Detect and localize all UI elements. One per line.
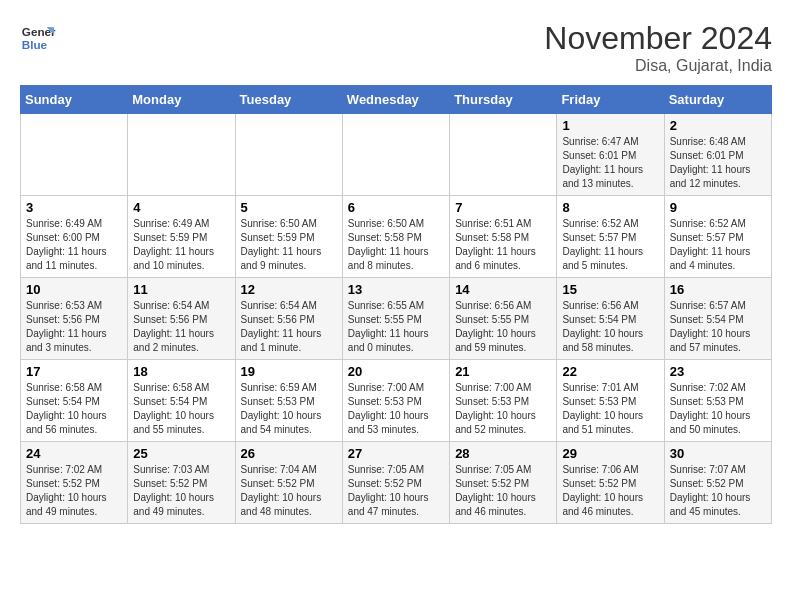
day-number: 13 [348, 282, 444, 297]
weekday-header-monday: Monday [128, 86, 235, 114]
day-info: Sunrise: 6:54 AM Sunset: 5:56 PM Dayligh… [133, 299, 229, 355]
calendar-cell [235, 114, 342, 196]
calendar-cell: 18Sunrise: 6:58 AM Sunset: 5:54 PM Dayli… [128, 360, 235, 442]
calendar-cell: 29Sunrise: 7:06 AM Sunset: 5:52 PM Dayli… [557, 442, 664, 524]
logo-icon: General Blue [20, 20, 56, 56]
day-info: Sunrise: 6:53 AM Sunset: 5:56 PM Dayligh… [26, 299, 122, 355]
calendar-cell: 22Sunrise: 7:01 AM Sunset: 5:53 PM Dayli… [557, 360, 664, 442]
calendar-cell: 14Sunrise: 6:56 AM Sunset: 5:55 PM Dayli… [450, 278, 557, 360]
day-number: 9 [670, 200, 766, 215]
day-info: Sunrise: 7:07 AM Sunset: 5:52 PM Dayligh… [670, 463, 766, 519]
day-number: 15 [562, 282, 658, 297]
day-number: 1 [562, 118, 658, 133]
day-info: Sunrise: 6:52 AM Sunset: 5:57 PM Dayligh… [562, 217, 658, 273]
day-number: 26 [241, 446, 337, 461]
calendar-cell: 11Sunrise: 6:54 AM Sunset: 5:56 PM Dayli… [128, 278, 235, 360]
day-number: 18 [133, 364, 229, 379]
calendar-cell [342, 114, 449, 196]
day-number: 11 [133, 282, 229, 297]
calendar-cell: 8Sunrise: 6:52 AM Sunset: 5:57 PM Daylig… [557, 196, 664, 278]
weekday-header-row: SundayMondayTuesdayWednesdayThursdayFrid… [21, 86, 772, 114]
svg-text:General: General [22, 25, 56, 38]
calendar-cell: 10Sunrise: 6:53 AM Sunset: 5:56 PM Dayli… [21, 278, 128, 360]
calendar-week-5: 24Sunrise: 7:02 AM Sunset: 5:52 PM Dayli… [21, 442, 772, 524]
day-number: 28 [455, 446, 551, 461]
calendar-table: SundayMondayTuesdayWednesdayThursdayFrid… [20, 85, 772, 524]
day-info: Sunrise: 6:50 AM Sunset: 5:58 PM Dayligh… [348, 217, 444, 273]
day-number: 24 [26, 446, 122, 461]
day-number: 19 [241, 364, 337, 379]
calendar-cell: 15Sunrise: 6:56 AM Sunset: 5:54 PM Dayli… [557, 278, 664, 360]
calendar-cell: 16Sunrise: 6:57 AM Sunset: 5:54 PM Dayli… [664, 278, 771, 360]
day-number: 17 [26, 364, 122, 379]
calendar-cell: 23Sunrise: 7:02 AM Sunset: 5:53 PM Dayli… [664, 360, 771, 442]
day-info: Sunrise: 6:59 AM Sunset: 5:53 PM Dayligh… [241, 381, 337, 437]
weekday-header-sunday: Sunday [21, 86, 128, 114]
day-number: 7 [455, 200, 551, 215]
calendar-week-2: 3Sunrise: 6:49 AM Sunset: 6:00 PM Daylig… [21, 196, 772, 278]
calendar-body: 1Sunrise: 6:47 AM Sunset: 6:01 PM Daylig… [21, 114, 772, 524]
calendar-cell: 26Sunrise: 7:04 AM Sunset: 5:52 PM Dayli… [235, 442, 342, 524]
location: Disa, Gujarat, India [544, 57, 772, 75]
calendar-cell: 1Sunrise: 6:47 AM Sunset: 6:01 PM Daylig… [557, 114, 664, 196]
calendar-cell: 30Sunrise: 7:07 AM Sunset: 5:52 PM Dayli… [664, 442, 771, 524]
calendar-cell: 13Sunrise: 6:55 AM Sunset: 5:55 PM Dayli… [342, 278, 449, 360]
day-info: Sunrise: 6:48 AM Sunset: 6:01 PM Dayligh… [670, 135, 766, 191]
svg-text:Blue: Blue [22, 38, 48, 51]
calendar-header: SundayMondayTuesdayWednesdayThursdayFrid… [21, 86, 772, 114]
day-number: 5 [241, 200, 337, 215]
day-info: Sunrise: 6:58 AM Sunset: 5:54 PM Dayligh… [133, 381, 229, 437]
day-number: 10 [26, 282, 122, 297]
day-info: Sunrise: 7:00 AM Sunset: 5:53 PM Dayligh… [348, 381, 444, 437]
calendar-cell [21, 114, 128, 196]
day-number: 20 [348, 364, 444, 379]
day-info: Sunrise: 6:52 AM Sunset: 5:57 PM Dayligh… [670, 217, 766, 273]
day-info: Sunrise: 6:50 AM Sunset: 5:59 PM Dayligh… [241, 217, 337, 273]
calendar-cell [450, 114, 557, 196]
day-info: Sunrise: 7:06 AM Sunset: 5:52 PM Dayligh… [562, 463, 658, 519]
day-number: 21 [455, 364, 551, 379]
day-number: 6 [348, 200, 444, 215]
day-info: Sunrise: 6:49 AM Sunset: 5:59 PM Dayligh… [133, 217, 229, 273]
calendar-cell: 17Sunrise: 6:58 AM Sunset: 5:54 PM Dayli… [21, 360, 128, 442]
day-number: 27 [348, 446, 444, 461]
day-number: 4 [133, 200, 229, 215]
calendar-week-4: 17Sunrise: 6:58 AM Sunset: 5:54 PM Dayli… [21, 360, 772, 442]
calendar-cell: 2Sunrise: 6:48 AM Sunset: 6:01 PM Daylig… [664, 114, 771, 196]
calendar-cell: 28Sunrise: 7:05 AM Sunset: 5:52 PM Dayli… [450, 442, 557, 524]
day-info: Sunrise: 7:02 AM Sunset: 5:52 PM Dayligh… [26, 463, 122, 519]
day-info: Sunrise: 6:49 AM Sunset: 6:00 PM Dayligh… [26, 217, 122, 273]
day-info: Sunrise: 6:47 AM Sunset: 6:01 PM Dayligh… [562, 135, 658, 191]
calendar-cell: 4Sunrise: 6:49 AM Sunset: 5:59 PM Daylig… [128, 196, 235, 278]
day-info: Sunrise: 6:57 AM Sunset: 5:54 PM Dayligh… [670, 299, 766, 355]
page-header: General Blue November 2024 Disa, Gujarat… [20, 20, 772, 75]
calendar-week-1: 1Sunrise: 6:47 AM Sunset: 6:01 PM Daylig… [21, 114, 772, 196]
day-info: Sunrise: 7:05 AM Sunset: 5:52 PM Dayligh… [455, 463, 551, 519]
calendar-cell: 24Sunrise: 7:02 AM Sunset: 5:52 PM Dayli… [21, 442, 128, 524]
day-info: Sunrise: 6:56 AM Sunset: 5:54 PM Dayligh… [562, 299, 658, 355]
weekday-header-thursday: Thursday [450, 86, 557, 114]
day-info: Sunrise: 6:55 AM Sunset: 5:55 PM Dayligh… [348, 299, 444, 355]
day-number: 3 [26, 200, 122, 215]
calendar-cell: 6Sunrise: 6:50 AM Sunset: 5:58 PM Daylig… [342, 196, 449, 278]
calendar-cell: 9Sunrise: 6:52 AM Sunset: 5:57 PM Daylig… [664, 196, 771, 278]
day-info: Sunrise: 7:00 AM Sunset: 5:53 PM Dayligh… [455, 381, 551, 437]
day-number: 22 [562, 364, 658, 379]
calendar-cell: 12Sunrise: 6:54 AM Sunset: 5:56 PM Dayli… [235, 278, 342, 360]
month-title: November 2024 [544, 20, 772, 57]
day-info: Sunrise: 7:05 AM Sunset: 5:52 PM Dayligh… [348, 463, 444, 519]
day-info: Sunrise: 7:02 AM Sunset: 5:53 PM Dayligh… [670, 381, 766, 437]
weekday-header-saturday: Saturday [664, 86, 771, 114]
day-number: 23 [670, 364, 766, 379]
day-info: Sunrise: 7:01 AM Sunset: 5:53 PM Dayligh… [562, 381, 658, 437]
day-number: 14 [455, 282, 551, 297]
day-info: Sunrise: 7:04 AM Sunset: 5:52 PM Dayligh… [241, 463, 337, 519]
calendar-cell: 25Sunrise: 7:03 AM Sunset: 5:52 PM Dayli… [128, 442, 235, 524]
day-number: 12 [241, 282, 337, 297]
weekday-header-tuesday: Tuesday [235, 86, 342, 114]
calendar-cell: 27Sunrise: 7:05 AM Sunset: 5:52 PM Dayli… [342, 442, 449, 524]
day-number: 2 [670, 118, 766, 133]
calendar-cell: 21Sunrise: 7:00 AM Sunset: 5:53 PM Dayli… [450, 360, 557, 442]
day-number: 25 [133, 446, 229, 461]
calendar-cell: 7Sunrise: 6:51 AM Sunset: 5:58 PM Daylig… [450, 196, 557, 278]
